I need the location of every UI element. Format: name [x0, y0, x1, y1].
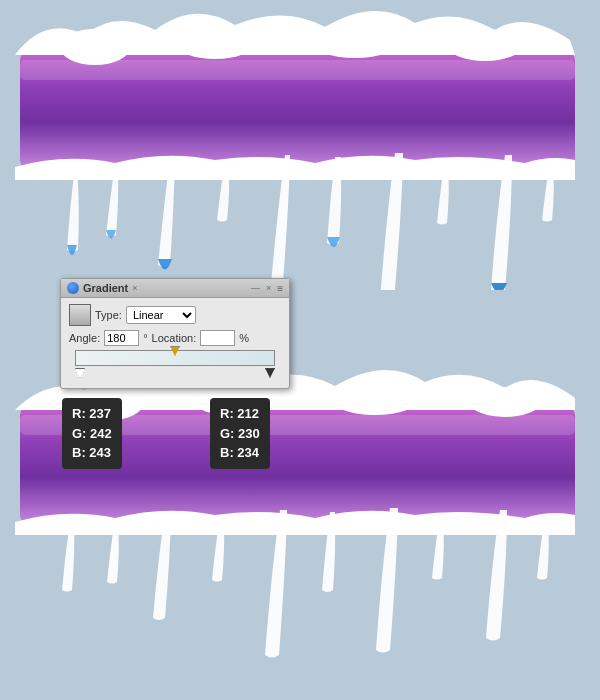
gradient-handle-left[interactable] [75, 368, 85, 378]
svg-rect-5 [20, 60, 575, 80]
location-input[interactable] [200, 330, 235, 346]
gradient-mid-handle[interactable] [170, 346, 180, 356]
gradient-bar-container[interactable] [69, 350, 281, 378]
angle-label: Angle: [69, 332, 100, 344]
panel-title-left: Gradient × [67, 282, 138, 294]
panel-title-text: Gradient [83, 282, 128, 294]
svg-point-10 [469, 387, 541, 417]
type-label: Type: [95, 309, 122, 321]
type-row: Type: Linear Radial Angle Reflected Diam… [69, 304, 281, 326]
panel-titlebar: Gradient × — × ≡ [61, 279, 289, 298]
panel-tab-x[interactable]: × [132, 283, 137, 293]
panel-close-btn[interactable]: × [266, 283, 271, 293]
color-badge-right-r: R: 212 [220, 404, 260, 424]
color-badge-left-g: G: 242 [72, 424, 112, 444]
canvas-area: Gradient × — × ≡ Type: Linear Radial Ang… [0, 0, 600, 700]
angle-input[interactable] [104, 330, 139, 346]
panel-body: Type: Linear Radial Angle Reflected Diam… [61, 298, 289, 388]
gradient-bar[interactable] [75, 350, 275, 366]
degree-symbol: ° [143, 332, 147, 344]
svg-point-4 [447, 29, 523, 61]
color-swatch[interactable] [69, 304, 91, 326]
location-label: Location: [152, 332, 197, 344]
color-badge-right-b: B: 234 [220, 443, 260, 463]
color-badge-left: R: 237 G: 242 B: 243 [62, 398, 122, 469]
scene-top-svg [15, 5, 580, 290]
color-badge-right-g: G: 230 [220, 424, 260, 444]
svg-point-3 [310, 22, 400, 58]
angle-row: Angle: ° Location: % [69, 330, 281, 346]
color-badge-right: R: 212 G: 230 B: 234 [210, 398, 270, 469]
color-badge-left-b: B: 243 [72, 443, 112, 463]
gradient-handle-right[interactable] [265, 368, 275, 378]
gradient-icon [67, 282, 79, 294]
svg-point-9 [329, 379, 421, 415]
gradient-panel: Gradient × — × ≡ Type: Linear Radial Ang… [60, 278, 290, 389]
color-badge-left-r: R: 237 [72, 404, 112, 424]
svg-point-1 [60, 29, 130, 65]
percent-symbol: % [239, 332, 249, 344]
svg-point-2 [175, 27, 255, 59]
type-select[interactable]: Linear Radial Angle Reflected Diamond [126, 306, 196, 324]
panel-menu-btn[interactable]: ≡ [277, 283, 283, 294]
panel-minimize[interactable]: — [251, 283, 260, 293]
